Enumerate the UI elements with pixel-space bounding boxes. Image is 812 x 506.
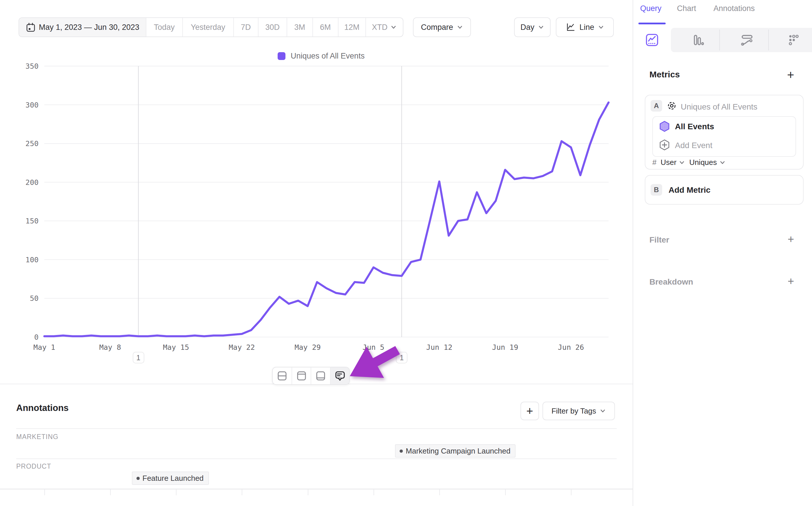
plus-icon: +: [526, 405, 533, 418]
timeline-tick: [110, 490, 111, 495]
svg-text:May 15: May 15: [163, 343, 189, 351]
svg-text:300: 300: [25, 101, 38, 109]
annotation-chip-label: Feature Launched: [143, 474, 204, 483]
annotation-chip-label: Marketing Campaign Launched: [406, 446, 510, 455]
timeline-tick: [439, 490, 440, 495]
svg-text:May 1: May 1: [33, 343, 55, 351]
svg-text:May 8: May 8: [99, 343, 121, 351]
annotation-count-badge[interactable]: 1: [133, 352, 144, 363]
timeline-tick: [308, 490, 308, 495]
svg-text:50: 50: [30, 294, 38, 303]
charttype-bar-icon[interactable]: [677, 28, 719, 52]
metric-unit-row: # User Uniques: [652, 158, 726, 167]
annotations-timeline: [0, 489, 633, 490]
svg-text:350: 350: [25, 62, 38, 70]
line-chart[interactable]: 050100150200250300350May 1May 8May 15May…: [0, 0, 633, 359]
annotation-category-marketing: MARKETING: [16, 433, 59, 441]
aggregation-label: Uniques: [689, 158, 717, 167]
bottom-panel-icon[interactable]: [311, 367, 330, 384]
breakdown-section-label: Breakdown: [649, 277, 693, 286]
event-hexagon-icon: [659, 120, 670, 132]
pointer-arrow: [333, 330, 420, 388]
charttype-insights-icon[interactable]: [633, 28, 671, 52]
svg-text:100: 100: [25, 256, 38, 264]
aggregation-dropdown[interactable]: Uniques: [689, 158, 725, 167]
top-panel-icon[interactable]: [291, 367, 311, 384]
svg-text:Jun 19: Jun 19: [492, 343, 518, 351]
row-divider: [16, 458, 617, 459]
metric-a-badge: A: [651, 100, 662, 111]
add-annotation-button[interactable]: +: [521, 402, 539, 420]
annotation-category-product: PRODUCT: [16, 462, 51, 470]
chevron-down-icon: [719, 159, 726, 166]
svg-text:150: 150: [25, 217, 38, 225]
add-breakdown-button[interactable]: +: [788, 276, 794, 286]
tab-chart[interactable]: Chart: [677, 4, 696, 13]
annotation-chip-marketing[interactable]: Marketing Campaign Launched: [395, 444, 516, 457]
chevron-down-icon: [600, 408, 606, 414]
annotations-title: Annotations: [16, 403, 69, 413]
gear-icon[interactable]: [666, 100, 678, 112]
chevron-down-icon: [679, 159, 685, 166]
number-format-icon[interactable]: #: [652, 158, 656, 167]
svg-text:Jun 12: Jun 12: [426, 343, 452, 351]
tab-query[interactable]: Query: [640, 4, 661, 13]
svg-text:0: 0: [34, 333, 38, 341]
split-horizontal-icon[interactable]: [273, 367, 291, 384]
svg-text:250: 250: [25, 140, 38, 148]
charttype-flow-icon[interactable]: [726, 28, 768, 52]
add-event-button[interactable]: Add Event: [675, 141, 712, 150]
filter-by-tags-label: Filter by Tags: [551, 407, 596, 416]
timeline-tick: [44, 490, 45, 495]
svg-text:May 22: May 22: [229, 343, 255, 351]
row-divider: [16, 428, 617, 429]
add-event-hexagon-icon: [659, 139, 670, 151]
timeline-tick: [505, 490, 506, 495]
unit-type-label: User: [660, 158, 676, 167]
svg-text:May 29: May 29: [294, 343, 321, 351]
metrics-title: Metrics: [649, 70, 680, 79]
events-card: All Events Add Event: [652, 116, 796, 157]
svg-text:Jun 26: Jun 26: [558, 343, 584, 351]
annotation-dot-icon: [399, 449, 403, 453]
unit-type-dropdown[interactable]: User: [660, 158, 685, 167]
timeline-tick: [242, 490, 242, 495]
charttype-grid-icon[interactable]: [775, 28, 812, 52]
add-filter-button[interactable]: +: [788, 234, 794, 245]
add-metric-button[interactable]: Add Metric: [668, 185, 711, 195]
timeline-tick: [373, 490, 374, 495]
active-tab-underline: [638, 23, 666, 24]
metric-b-card[interactable]: B Add Metric: [645, 175, 804, 204]
chart-type-tabs: [633, 28, 812, 52]
tab-annotations[interactable]: Annotations: [714, 4, 755, 13]
metric-b-badge: B: [651, 184, 662, 196]
query-sidebar: Query Chart Annotations: [633, 0, 812, 506]
insights-report-page: May 1, 2023 — Jun 30, 2023TodayYesterday…: [0, 0, 812, 506]
filter-by-tags-button[interactable]: Filter by Tags: [542, 402, 615, 420]
event-all-events[interactable]: All Events: [675, 122, 714, 131]
annotation-dot-icon: [137, 477, 140, 480]
annotation-chip-product[interactable]: Feature Launched: [132, 472, 209, 485]
timeline-tick: [571, 490, 571, 495]
metric-a-card[interactable]: A Uniques of All Events All Events: [645, 95, 804, 170]
filter-section-label: Filter: [649, 235, 669, 245]
add-metric-plus-button[interactable]: +: [787, 69, 794, 81]
timeline-tick: [176, 490, 176, 495]
svg-text:200: 200: [25, 178, 38, 187]
metric-a-name[interactable]: Uniques of All Events: [681, 102, 757, 111]
